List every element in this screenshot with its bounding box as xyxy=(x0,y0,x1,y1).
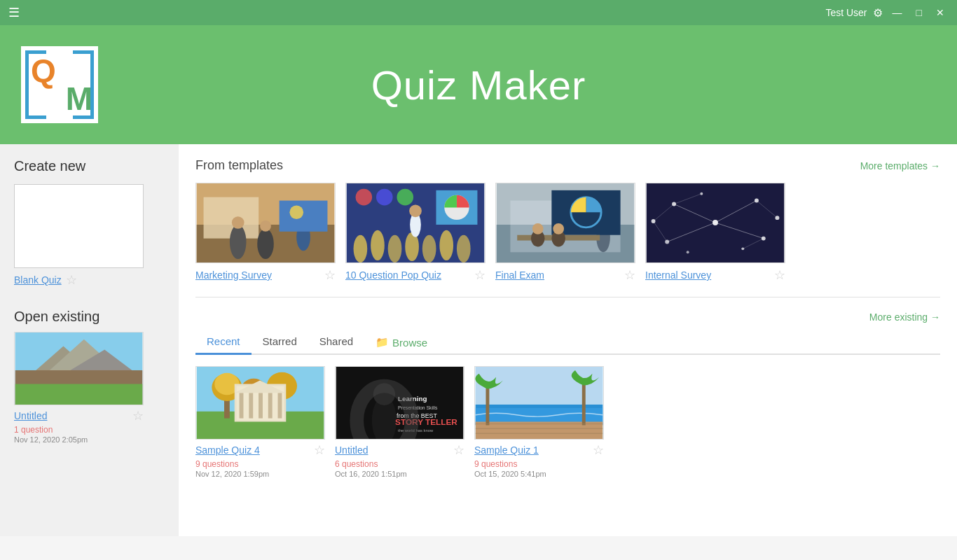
existing-star-icon-1[interactable]: ☆ xyxy=(314,442,325,458)
existing-meta-1: 9 questions xyxy=(195,459,325,469)
existing-card-2[interactable]: Learning Presentation Skills from the BE… xyxy=(335,366,464,478)
titlebar-left: ☰ xyxy=(8,5,20,20)
template-card-label-2[interactable]: Final Exam xyxy=(495,270,544,281)
existing-card-3[interactable]: Sample Quiz 1 ☆ 9 questions Oct 15, 2020… xyxy=(474,366,604,478)
tab-starred[interactable]: Starred xyxy=(252,330,308,355)
template-card-1[interactable]: 10 Question Pop Quiz ☆ xyxy=(345,183,486,283)
svg-point-11 xyxy=(230,225,247,259)
svg-point-25 xyxy=(439,230,453,260)
svg-rect-6 xyxy=(15,332,142,370)
templates-grid: Marketing Survey ☆ xyxy=(195,183,940,283)
template-label-row-2: Final Exam ☆ xyxy=(495,267,635,283)
minimize-button[interactable]: — xyxy=(888,6,907,20)
template-star-0[interactable]: ☆ xyxy=(324,267,336,283)
template-star-3[interactable]: ☆ xyxy=(774,267,785,283)
blank-quiz-label[interactable]: Blank Quiz xyxy=(14,274,62,286)
svg-point-22 xyxy=(388,235,402,262)
svg-rect-79 xyxy=(259,393,263,418)
template-thumb-0 xyxy=(195,183,336,263)
svg-rect-17 xyxy=(280,201,328,232)
svg-point-55 xyxy=(652,219,656,223)
template-star-2[interactable]: ☆ xyxy=(624,267,635,283)
existing-date-3: Oct 15, 2020 5:41pm xyxy=(474,470,604,478)
blank-quiz-star-icon[interactable]: ☆ xyxy=(66,272,77,288)
existing-meta-0: 1 question xyxy=(14,425,144,435)
tab-browse[interactable]: 📁 Browse xyxy=(364,330,439,354)
svg-point-45 xyxy=(553,223,564,234)
template-thumb-svg-2 xyxy=(496,183,635,262)
svg-point-53 xyxy=(741,247,744,250)
existing-card-label-0[interactable]: Untitled xyxy=(14,410,47,421)
existing-grid: Sample Quiz 4 ☆ 9 questions Nov 12, 2020… xyxy=(195,366,940,478)
more-existing-link[interactable]: More existing → xyxy=(869,312,940,323)
template-card-2[interactable]: Final Exam ☆ xyxy=(495,183,635,283)
template-thumb-3 xyxy=(645,183,785,263)
tab-recent[interactable]: Recent xyxy=(195,330,252,355)
existing-star-icon-2[interactable]: ☆ xyxy=(453,442,464,458)
template-card-3[interactable]: Internal Survey ☆ xyxy=(645,183,785,283)
templates-section-title: From templates xyxy=(195,158,283,173)
existing-label-row-0: Untitled ☆ xyxy=(14,408,144,424)
existing-thumb-0 xyxy=(14,332,144,405)
maximize-button[interactable]: □ xyxy=(912,6,926,20)
svg-rect-77 xyxy=(240,393,244,418)
hamburger-menu-icon[interactable]: ☰ xyxy=(8,5,20,20)
template-card-0[interactable]: Marketing Survey ☆ xyxy=(195,183,336,283)
existing-section: More existing → Recent Starred Shared 📁 … xyxy=(195,298,940,478)
svg-point-31 xyxy=(356,189,373,206)
svg-point-24 xyxy=(422,235,436,262)
existing-card-1[interactable]: Sample Quiz 4 ☆ 9 questions Nov 12, 2020… xyxy=(195,366,325,478)
existing-star-icon-3[interactable]: ☆ xyxy=(593,442,604,458)
create-new-title: Create new xyxy=(14,158,165,174)
user-name-label: Test User xyxy=(825,7,867,18)
existing-card-label-1[interactable]: Sample Quiz 4 xyxy=(195,444,260,456)
existing-thumb-svg-3 xyxy=(475,367,603,439)
svg-point-56 xyxy=(687,251,689,253)
settings-gear-icon[interactable]: ⚙ xyxy=(873,6,883,20)
svg-point-32 xyxy=(376,189,393,206)
existing-date-2: Oct 16, 2020 1:51pm xyxy=(335,470,464,478)
existing-star-icon-0[interactable]: ☆ xyxy=(132,408,144,424)
existing-thumb-svg-0 xyxy=(15,332,143,405)
svg-point-54 xyxy=(775,216,779,220)
close-button[interactable]: ✕ xyxy=(932,6,949,20)
svg-rect-99 xyxy=(582,384,586,426)
svg-point-20 xyxy=(354,235,368,262)
existing-card-label-3[interactable]: Sample Quiz 1 xyxy=(474,444,539,456)
existing-card-label-2[interactable]: Untitled xyxy=(335,444,368,456)
tab-shared[interactable]: Shared xyxy=(308,330,364,355)
existing-thumb-1 xyxy=(195,366,325,440)
more-templates-link[interactable]: More templates → xyxy=(860,160,940,172)
tabs-row: Recent Starred Shared 📁 Browse xyxy=(195,330,940,355)
existing-label-row-2: Untitled ☆ xyxy=(335,442,464,458)
logo-container: Q M xyxy=(21,46,98,123)
existing-card-0[interactable]: Untitled ☆ 1 question Nov 12, 2020 2:05p… xyxy=(14,332,144,444)
svg-point-26 xyxy=(457,235,471,262)
template-card-label-3[interactable]: Internal Survey xyxy=(645,270,711,281)
existing-thumb-svg-1 xyxy=(196,367,324,439)
titlebar: ☰ Test User ⚙ — □ ✕ xyxy=(0,0,957,25)
existing-label-row-3: Sample Quiz 1 ☆ xyxy=(474,442,604,458)
template-card-label-1[interactable]: 10 Question Pop Quiz xyxy=(345,270,441,281)
template-thumb-2 xyxy=(495,183,635,263)
svg-rect-5 xyxy=(15,384,142,405)
existing-date-0: Nov 12, 2020 2:05pm xyxy=(14,435,144,444)
svg-rect-10 xyxy=(204,197,259,239)
template-thumb-svg-3 xyxy=(646,183,785,262)
template-card-label-0[interactable]: Marketing Survey xyxy=(195,270,272,281)
blank-quiz-card[interactable] xyxy=(14,184,144,268)
svg-point-43 xyxy=(532,223,544,234)
app-title: Quiz Maker xyxy=(371,62,586,108)
svg-rect-98 xyxy=(486,387,489,425)
template-star-1[interactable]: ☆ xyxy=(474,267,486,283)
logo-box: Q M xyxy=(21,46,98,123)
open-existing-left: Open existing Untitled xyxy=(14,309,165,444)
template-thumb-svg-1 xyxy=(346,183,485,262)
svg-point-28 xyxy=(409,204,422,217)
existing-thumb-svg-2: Learning Presentation Skills from the BE… xyxy=(336,367,464,439)
folder-icon: 📁 xyxy=(376,336,389,349)
left-panel: Create new Blank Quiz ☆ Open existing xyxy=(0,144,179,536)
logo-m-letter: M xyxy=(66,83,92,115)
template-thumb-svg-0 xyxy=(196,183,335,262)
header-banner: Q M Quiz Maker xyxy=(0,25,957,144)
